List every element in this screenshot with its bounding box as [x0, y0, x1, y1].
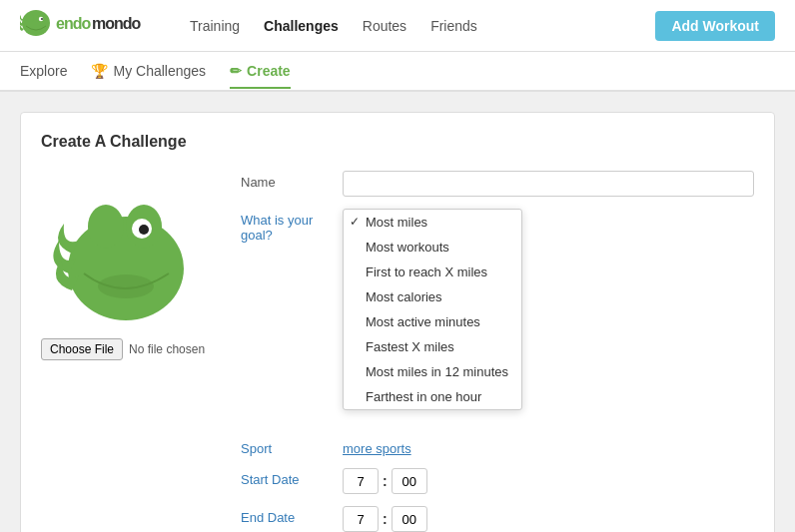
- nav-friends[interactable]: Friends: [430, 18, 477, 34]
- goal-option-most-active[interactable]: Most active minutes: [344, 309, 521, 334]
- form-fields: Name What is your goal? Most miles Most …: [241, 171, 754, 532]
- svg-point-4: [41, 18, 43, 20]
- end-time-separator: :: [383, 511, 388, 527]
- svg-point-7: [68, 217, 184, 320]
- form-body: Choose File No file chosen Name What is …: [41, 171, 754, 532]
- goal-option-farthest[interactable]: Farthest in one hour: [344, 384, 521, 409]
- goal-row: What is your goal? Most miles Most worko…: [241, 209, 754, 243]
- svg-point-0: [22, 10, 50, 36]
- sport-row: Sport more sports: [241, 437, 754, 456]
- end-date-input[interactable]: [343, 506, 379, 532]
- svg-text:mondo: mondo: [92, 15, 142, 32]
- goal-option-most-calories[interactable]: Most calories: [344, 284, 521, 309]
- start-date-group: :: [343, 468, 427, 494]
- svg-point-11: [139, 225, 149, 235]
- file-upload-row: Choose File No file chosen: [41, 338, 221, 360]
- add-workout-button[interactable]: Add Workout: [655, 11, 775, 41]
- main-nav: Training Challenges Routes Friends: [190, 18, 655, 34]
- goal-option-most-miles[interactable]: Most miles: [344, 210, 521, 235]
- start-date-row: Start Date :: [241, 468, 754, 494]
- tab-create[interactable]: ✏ Create: [230, 55, 291, 89]
- start-date-label: Start Date: [241, 468, 331, 487]
- logo-upload-section: Choose File No file chosen: [41, 171, 221, 532]
- goal-option-most-miles-12[interactable]: Most miles in 12 minutes: [344, 359, 521, 384]
- end-date-row: End Date :: [241, 506, 754, 532]
- main-content: Create A Challenge: [0, 92, 795, 532]
- end-date-group: :: [343, 506, 427, 532]
- goal-option-first-to-reach[interactable]: First to reach X miles: [344, 260, 521, 284]
- nav-routes[interactable]: Routes: [363, 18, 406, 34]
- more-sports-link[interactable]: more sports: [343, 441, 411, 456]
- trophy-icon: 🏆: [91, 63, 108, 79]
- name-input[interactable]: [343, 171, 754, 197]
- start-date-input[interactable]: [343, 468, 379, 494]
- name-label: Name: [241, 171, 331, 190]
- end-date-label: End Date: [241, 506, 331, 525]
- goal-option-most-workouts[interactable]: Most workouts: [344, 235, 521, 260]
- svg-text:endo: endo: [56, 15, 91, 32]
- header: endo mondo Training Challenges Routes Fr…: [0, 0, 795, 52]
- pencil-icon: ✏: [230, 63, 242, 79]
- nav-training[interactable]: Training: [190, 18, 240, 34]
- end-time-input[interactable]: [392, 506, 427, 532]
- tab-my-challenges[interactable]: 🏆 My Challenges: [91, 55, 206, 87]
- svg-point-1: [27, 14, 34, 22]
- choose-file-button[interactable]: Choose File: [41, 338, 123, 360]
- nav-challenges[interactable]: Challenges: [264, 18, 339, 34]
- goal-dropdown: Most miles Most workouts First to reach …: [343, 209, 522, 410]
- goal-option-fastest[interactable]: Fastest X miles: [344, 334, 521, 359]
- goal-label: What is your goal?: [241, 209, 331, 243]
- form-title: Create A Challenge: [41, 133, 754, 151]
- sub-nav: Explore 🏆 My Challenges ✏ Create: [0, 52, 795, 92]
- tab-explore[interactable]: Explore: [20, 55, 67, 87]
- no-file-label: No file chosen: [129, 342, 205, 356]
- start-time-separator: :: [383, 473, 388, 489]
- svg-point-8: [88, 205, 124, 249]
- start-time-input[interactable]: [392, 468, 427, 494]
- logo-preview: [41, 171, 201, 330]
- svg-point-12: [98, 274, 154, 298]
- logo: endo mondo: [20, 6, 150, 46]
- name-row: Name: [241, 171, 754, 197]
- sport-label: Sport: [241, 437, 331, 456]
- form-card: Create A Challenge: [20, 112, 775, 532]
